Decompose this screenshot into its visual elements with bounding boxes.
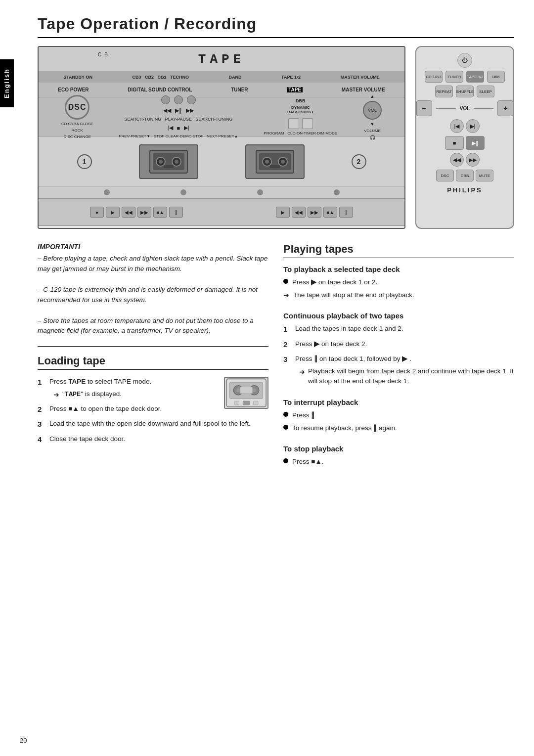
bullet-icon-2 bbox=[283, 412, 288, 417]
important-title: IMPORTANT! bbox=[38, 243, 268, 251]
device-section: CB TAPE STANDBY ON CB3 CB2 CB1 TECHNO BA… bbox=[38, 46, 514, 229]
bullet-icon bbox=[283, 279, 288, 284]
loading-step-3: 3 Load the tape with the open side downw… bbox=[38, 419, 268, 430]
remote-mute-btn[interactable]: MUTE bbox=[476, 170, 493, 181]
remote-ff-btn[interactable]: ▶▶ bbox=[466, 153, 480, 167]
remote-stop-btn[interactable]: ■ bbox=[445, 136, 464, 150]
bullet-icon-3 bbox=[283, 425, 288, 430]
playing-tapes-section: Playing tapes To playback a selected tap… bbox=[283, 243, 514, 467]
remote-volume-row: – VOL + bbox=[416, 100, 514, 116]
remote-shuffle-btn[interactable]: SHUFFLE bbox=[456, 86, 474, 97]
continuous-step-3: 3 Press ‖ on tape deck 1, followed by ▶ … bbox=[283, 354, 514, 386]
remote-repeat-btn[interactable]: REPEAT bbox=[435, 86, 453, 97]
remote-ffrew-row: ◀◀ ▶▶ bbox=[450, 153, 480, 167]
tape-window-1 bbox=[139, 144, 198, 179]
remote-next-btn[interactable]: ▶| bbox=[466, 119, 480, 133]
important-text: – Before playing a tape, check and tight… bbox=[38, 254, 268, 336]
svg-point-19 bbox=[252, 389, 256, 393]
svg-point-12 bbox=[281, 160, 285, 164]
svg-rect-22 bbox=[243, 401, 249, 405]
remote-vol-down[interactable]: – bbox=[416, 100, 432, 116]
interrupt-subsection: To interrupt playback Press ‖ To resume … bbox=[283, 398, 514, 434]
continuous-step-3-note: ➜ Playback will begin from tape deck 2 a… bbox=[299, 366, 514, 387]
selected-deck-bullets: Press ▶ on tape deck 1 or 2. ➜ The tape … bbox=[283, 277, 514, 301]
remote-mode-row: REPEAT SHUFFLE SLEEP bbox=[435, 86, 494, 97]
loading-step-2: 2 Press ■▲ to open the tape deck door. bbox=[38, 404, 215, 415]
continuous-title: Continuous playback of two tapes bbox=[283, 311, 514, 320]
selected-deck-subsection: To playback a selected tape deck Press ▶… bbox=[283, 265, 514, 301]
svg-point-17 bbox=[236, 389, 240, 393]
selected-deck-bullet-2: ➜ The tape will stop at the end of playb… bbox=[283, 290, 514, 301]
remote-tape-btn[interactable]: TAPE 1/2 bbox=[466, 71, 484, 83]
interrupt-bullets: Press ‖ To resume playback, press ‖ agai… bbox=[283, 410, 514, 434]
remote-rew-btn[interactable]: ◀◀ bbox=[450, 153, 464, 167]
stop-bullets: Press ■▲. bbox=[283, 457, 514, 467]
svg-point-10 bbox=[265, 160, 269, 164]
remote-misc-row: DSC DBB MUTE bbox=[436, 170, 493, 181]
continuous-step-2: 2 Press ▶ on tape deck 2. bbox=[283, 339, 514, 351]
loading-step-1: 1 Press TAPE to select TAPE mode. ➜ "TAP… bbox=[38, 377, 215, 400]
continuous-playback-subsection: Continuous playback of two tapes 1 Load … bbox=[283, 311, 514, 386]
interrupt-bullet-1: Press ‖ bbox=[283, 410, 514, 420]
tape-window-2 bbox=[245, 144, 305, 179]
remote-prev-btn[interactable]: |◀ bbox=[450, 119, 464, 133]
remote-play-row: ■ ▶‖ bbox=[445, 136, 485, 150]
remote-sleep-btn[interactable]: SLEEP bbox=[477, 86, 494, 97]
svg-rect-20 bbox=[240, 387, 253, 394]
stereo-tape-deck: 1 bbox=[39, 137, 404, 186]
remote-skip-row: |◀ ▶| bbox=[450, 119, 480, 133]
loading-step-4: 4 Close the tape deck door. bbox=[38, 434, 268, 445]
important-box: IMPORTANT! – Before playing a tape, chec… bbox=[38, 243, 268, 336]
remote-source-row: CD 1/2/3 TUNER TAPE 1/2 DIM bbox=[425, 71, 505, 83]
interrupt-title: To interrupt playback bbox=[283, 398, 514, 406]
stereo-transport-controls: ● ▶ ◀◀ ▶▶ ■▲ ‖ ▶ ◀◀ ▶▶ ■▲ ‖ bbox=[39, 199, 404, 226]
svg-rect-23 bbox=[253, 401, 258, 405]
page-title: Tape Operation / Recording bbox=[38, 15, 514, 38]
stereo-device: CB TAPE STANDBY ON CB3 CB2 CB1 TECHNO BA… bbox=[38, 46, 405, 229]
content-columns: IMPORTANT! – Before playing a tape, chec… bbox=[38, 243, 514, 477]
selected-deck-bullet-1: Press ▶ on tape deck 1 or 2. bbox=[283, 277, 514, 287]
remote-tuner-btn[interactable]: TUNER bbox=[445, 71, 463, 83]
tape-label-bar: STANDBY ON CB3 CB2 CB1 TECHNO BAND TAPE … bbox=[39, 72, 404, 83]
loading-tape-section: Loading tape bbox=[38, 355, 268, 445]
remote-play-btn[interactable]: ▶‖ bbox=[466, 136, 485, 150]
stereo-mid-controls: DSC CD CYBA CLOSE ROCK DISC CHANGE ◀◀ ▶‖ bbox=[39, 97, 404, 137]
remote-dim-btn[interactable]: DIM bbox=[487, 71, 505, 83]
remote-dsc-btn[interactable]: DSC bbox=[436, 170, 454, 181]
stop-bullet-1: Press ■▲. bbox=[283, 457, 514, 467]
left-column: IMPORTANT! – Before playing a tape, chec… bbox=[38, 243, 268, 477]
remote-cd-btn[interactable]: CD 1/2/3 bbox=[425, 71, 443, 83]
svg-rect-13 bbox=[270, 165, 280, 168]
svg-point-3 bbox=[159, 160, 163, 164]
loading-step-1-note: ➜ "TAPE" is displayed. bbox=[53, 389, 151, 400]
svg-rect-21 bbox=[234, 401, 239, 405]
deck-2-label: 2 bbox=[352, 154, 366, 169]
philips-logo: PHILIPS bbox=[447, 186, 483, 194]
remote-power-button[interactable]: ⏻ bbox=[457, 53, 472, 68]
bullet-icon-4 bbox=[283, 458, 288, 463]
continuous-steps-list: 1 Load the tapes in tape deck 1 and 2. 2… bbox=[283, 324, 514, 386]
right-column: Playing tapes To playback a selected tap… bbox=[283, 243, 514, 477]
interrupt-bullet-2: To resume playback, press ‖ again. bbox=[283, 423, 514, 433]
selected-deck-title: To playback a selected tape deck bbox=[283, 265, 514, 273]
stop-subsection: To stop playback Press ■▲. bbox=[283, 445, 514, 467]
remote-control: ⏻ CD 1/2/3 TUNER TAPE 1/2 DIM REPEAT SHU… bbox=[415, 46, 514, 229]
page-number: 20 bbox=[20, 737, 27, 744]
remote-dbb-btn[interactable]: DBB bbox=[456, 170, 474, 181]
stereo-display: CB TAPE bbox=[39, 47, 404, 72]
deck-1-label: 1 bbox=[77, 154, 92, 169]
playing-tapes-title: Playing tapes bbox=[283, 243, 514, 258]
loading-tape-title: Loading tape bbox=[38, 355, 268, 370]
stop-title: To stop playback bbox=[283, 445, 514, 453]
language-tab: English bbox=[0, 59, 14, 107]
svg-point-5 bbox=[175, 160, 178, 164]
remote-vol-up[interactable]: + bbox=[497, 100, 513, 116]
continuous-step-1: 1 Load the tapes in tape deck 1 and 2. bbox=[283, 324, 514, 335]
svg-rect-6 bbox=[164, 165, 174, 168]
cassette-image bbox=[220, 377, 268, 409]
